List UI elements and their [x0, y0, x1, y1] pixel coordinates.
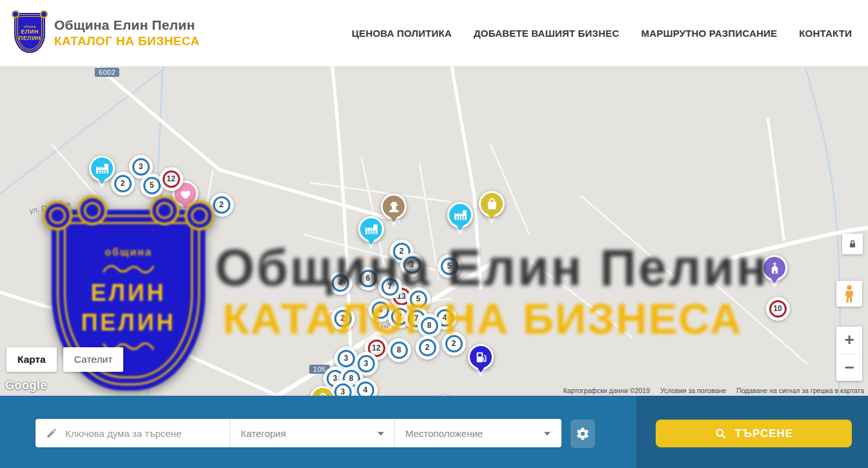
municipality-emblem-icon: община ЕЛИН ПЕЛИН [14, 13, 45, 53]
cluster-count: 3 [403, 256, 421, 274]
page: община ЕЛИН ПЕЛИН Община Елин Пелин КАТА… [0, 0, 868, 468]
zoom-in-button[interactable]: + [836, 327, 862, 354]
street-view-lock-button[interactable] [842, 234, 863, 254]
factory-pin[interactable] [447, 202, 473, 228]
emblem-line1: ЕЛИН [21, 28, 38, 35]
cluster-marker[interactable]: 2 [442, 332, 466, 356]
nav-link-2[interactable]: МАРШРУТНО РАЗПИСАНИЕ [641, 28, 777, 39]
cluster-count: 2 [213, 196, 230, 214]
cluster-count: 3 [132, 158, 150, 176]
brand-logo[interactable]: община ЕЛИН ПЕЛИН Община Елин Пелин КАТА… [14, 13, 199, 53]
cluster-marker[interactable]: 2 [210, 193, 234, 217]
map-type-map-button[interactable]: Карта [6, 347, 57, 372]
map-attribution: Картографски данни ©2019Условия за ползв… [563, 387, 864, 394]
pegman-icon [842, 284, 856, 303]
emblem-line2: ПЕЛИН [19, 35, 41, 41]
cluster-marker[interactable]: 6 [356, 267, 380, 290]
header: община ЕЛИН ПЕЛИН Община Елин Пелин КАТА… [0, 0, 868, 66]
brand-text: Община Елин Пелин КАТАЛОГ НА БИЗНЕСА [54, 17, 199, 48]
cluster-marker[interactable]: 2 [331, 307, 355, 331]
church-pin[interactable] [762, 255, 787, 281]
nav-link-1[interactable]: ДОБАВЕТЕ ВАШИЯТ БИЗНЕС [474, 28, 619, 39]
chevron-down-icon [544, 432, 550, 436]
google-logo[interactable]: Google [5, 379, 47, 392]
cluster-marker[interactable]: 8 [418, 314, 441, 338]
cluster-marker[interactable]: 4 [328, 271, 352, 295]
search-bar: Категория Местоположение ТЪРСЕНЕ [0, 396, 868, 468]
cluster-marker[interactable]: 3 [400, 253, 424, 277]
main-nav: ЦЕНОВА ПОЛИТИКАДОБАВЕТЕ ВАШИЯТ БИЗНЕСМАР… [352, 0, 852, 66]
cluster-marker[interactable]: 2 [111, 172, 135, 196]
cluster-count: 10 [769, 300, 787, 318]
keyword-field[interactable] [35, 419, 230, 447]
cluster-count: 5 [143, 177, 161, 194]
cluster-count: 5 [410, 290, 427, 308]
cluster-marker[interactable]: 7 [378, 275, 402, 299]
zoom-control: + − [836, 327, 862, 381]
gear-icon [576, 427, 590, 441]
factory-pin[interactable] [89, 156, 115, 181]
fuel-pin[interactable] [468, 344, 494, 370]
cluster-count: 5 [441, 258, 458, 275]
search-fields: Категория Местоположение [35, 419, 561, 447]
cluster-count: 6 [359, 270, 377, 287]
map-canvas[interactable]: 6002105ул. Преславбул. „Новосел 32512223… [0, 66, 868, 396]
cluster-count: 4 [332, 274, 349, 292]
cluster-count: 2 [114, 175, 132, 192]
cluster-marker[interactable]: 10 [766, 297, 790, 321]
category-placeholder: Категория [241, 428, 286, 439]
cluster-marker[interactable]: 2 [416, 336, 439, 360]
cluster-count: 2 [334, 310, 352, 327]
search-button-label: ТЪРСЕНЕ [735, 427, 793, 440]
cluster-count: 7 [381, 278, 399, 296]
cluster-count: 4 [372, 301, 389, 319]
chevron-down-icon [378, 432, 384, 436]
map-type-control: Карта Сателит [6, 347, 123, 372]
lock-icon [847, 238, 858, 250]
pencil-icon [46, 427, 57, 439]
cluster-count: 4 [357, 382, 374, 396]
cluster-count: 2 [445, 335, 463, 352]
map-type-satellite-button[interactable]: Сателит [63, 347, 123, 372]
cluster-marker[interactable]: 5 [438, 254, 461, 278]
site-title: Община Елин Пелин [54, 17, 199, 33]
factory-pin[interactable] [358, 216, 384, 242]
nav-link-3[interactable]: КОНТАКТИ [799, 28, 852, 39]
location-placeholder: Местоположение [405, 428, 483, 439]
cluster-count: 3 [338, 350, 355, 367]
category-select[interactable]: Категория [230, 419, 395, 447]
cluster-count: 2 [419, 339, 436, 356]
cluster-count: 8 [421, 317, 438, 334]
zoom-out-button[interactable]: − [836, 354, 862, 382]
attribution-item-0: Картографски данни ©2019 [563, 387, 650, 394]
cluster-count: 12 [163, 170, 180, 188]
worker-pin[interactable] [381, 194, 407, 219]
pegman-control[interactable] [836, 281, 862, 307]
cluster-count: 3 [334, 383, 352, 396]
cluster-count: 8 [390, 341, 408, 359]
cluster-marker[interactable]: 12 [159, 167, 183, 191]
advanced-settings-button[interactable] [570, 420, 595, 448]
keyword-input[interactable] [65, 428, 220, 439]
search-icon [714, 427, 727, 440]
attribution-item-1[interactable]: Условия за ползване [660, 387, 726, 394]
site-subtitle: КАТАЛОГ НА БИЗНЕСА [54, 34, 199, 48]
search-button[interactable]: ТЪРСЕНЕ [656, 420, 852, 447]
attribution-item-2[interactable]: Подаване на сигнал за грешка в картата [736, 387, 864, 394]
bag-pin[interactable] [479, 191, 505, 217]
location-select[interactable]: Местоположение [395, 419, 561, 447]
markers-layer: 32512223564137542274812822333843510 [0, 66, 868, 396]
nav-link-0[interactable]: ЦЕНОВА ПОЛИТИКА [352, 28, 452, 39]
cluster-marker[interactable]: 8 [387, 338, 411, 362]
